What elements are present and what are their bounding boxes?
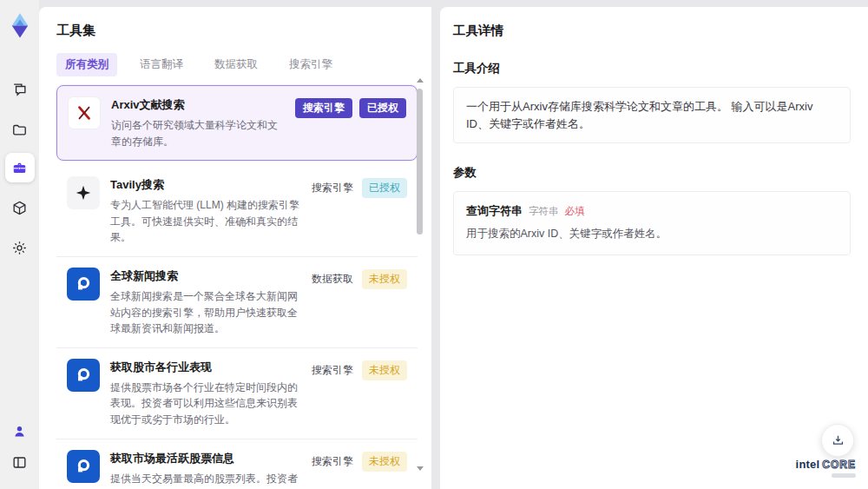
tool-list: Arxiv文献搜索 访问各个研究领域大量科学论文和文章的存储库。 搜索引擎 已授…	[56, 85, 418, 489]
tool-description: 提供股票市场各个行业在特定时间段内的表现。投资者可以利用这些信息来识别表现优于或…	[110, 380, 299, 428]
tool-body: 全球新闻搜索 全球新闻搜索是一个聚合全球各大新闻网站内容的搜索引擎，帮助用户快速…	[110, 268, 299, 337]
tool-badges: 搜索引擎 未授权	[310, 450, 407, 489]
param-type: 字符串	[529, 205, 559, 218]
scroll-down-icon[interactable]	[417, 466, 424, 471]
tool-list-panel: 工具集 所有类别 语言翻译 数据获取 搜索引擎 Arxiv文献搜索 访问各个研究…	[39, 7, 431, 489]
page-title: 工具集	[39, 7, 431, 39]
tool-card-2[interactable]: Tavily搜索 专为人工智能代理 (LLM) 构建的搜索引擎工具。可快速提供实…	[56, 166, 418, 257]
user-avatar-icon[interactable]	[5, 416, 35, 446]
news-globe-icon	[67, 359, 100, 392]
tool-body: 获取市场最活跃股票信息 提供当天交易量最高的股票列表。投资者可以利用这些信息来识…	[110, 450, 299, 489]
tool-body: 获取股市各行业表现 提供股票市场各个行业在特定时间段内的表现。投资者可以利用这些…	[110, 359, 299, 428]
tool-badges: 搜索引擎 未授权	[310, 359, 407, 428]
category-badge: 搜索引擎	[295, 98, 352, 118]
tool-card-4[interactable]: 获取股市各行业表现 提供股票市场各个行业在特定时间段内的表现。投资者可以利用这些…	[56, 348, 418, 439]
scrollbar[interactable]	[416, 78, 424, 471]
tool-name: Arxiv文献搜索	[111, 97, 285, 113]
auth-status-badge: 已授权	[359, 98, 406, 118]
tool-name: Tavily搜索	[110, 177, 299, 193]
tab-data-fetch[interactable]: 数据获取	[206, 53, 266, 76]
app-logo-icon[interactable]	[3, 7, 37, 45]
news-globe-icon	[67, 450, 100, 483]
auth-status-badge: 未授权	[362, 360, 407, 380]
intro-heading: 工具介绍	[453, 61, 851, 76]
tool-card-3[interactable]: 全球新闻搜索 全球新闻搜索是一个聚合全球各大新闻网站内容的搜索引擎，帮助用户快速…	[56, 257, 418, 348]
toolbox-icon[interactable]	[5, 153, 35, 182]
tool-card-1[interactable]: Arxiv文献搜索 访问各个研究领域大量科学论文和文章的存储库。 搜索引擎 已授…	[56, 85, 418, 161]
tool-description: 专为人工智能代理 (LLM) 构建的搜索引擎工具。可快速提供实时、准确和真实的结…	[110, 197, 299, 246]
tool-badges: 搜索引擎 已授权	[295, 96, 406, 149]
tool-badges: 数据获取 未授权	[310, 268, 407, 337]
tool-card-5[interactable]: 获取市场最活跃股票信息 提供当天交易量最高的股票列表。投资者可以利用这些信息来识…	[56, 439, 418, 489]
param-head: 查询字符串 字符串 必填	[466, 203, 838, 219]
param-name: 查询字符串	[466, 203, 523, 219]
download-icon	[831, 433, 845, 448]
intel-core-logo-row: intel CORE	[796, 458, 856, 471]
tab-all-categories[interactable]: 所有类别	[56, 53, 117, 76]
tool-badges: 搜索引擎 已授权	[310, 176, 407, 246]
auth-status-badge: 未授权	[362, 452, 407, 472]
tool-description: 访问各个研究领域大量科学论文和文章的存储库。	[111, 117, 285, 149]
folder-icon[interactable]	[5, 115, 35, 144]
category-badge: 搜索引擎	[310, 360, 355, 380]
tool-name: 获取股市各行业表现	[110, 360, 299, 375]
details-title: 工具详情	[453, 23, 851, 39]
core-wordmark: CORE	[822, 459, 856, 471]
download-button[interactable]	[821, 424, 854, 457]
category-tabs: 所有类别 语言翻译 数据获取 搜索引擎	[39, 39, 431, 76]
settings-gear-icon[interactable]	[5, 233, 35, 262]
intro-box: 一个用于从Arxiv存储库搜索科学论文和文章的工具。 输入可以是Arxiv ID…	[453, 87, 851, 143]
tavily-star-icon	[67, 176, 100, 209]
tab-language-translation[interactable]: 语言翻译	[131, 53, 192, 76]
tool-details-content: 工具详情 工具介绍 一个用于从Arxiv存储库搜索科学论文和文章的工具。 输入可…	[440, 7, 868, 255]
scrollbar-thumb[interactable]	[417, 89, 423, 235]
tool-body: Tavily搜索 专为人工智能代理 (LLM) 构建的搜索引擎工具。可快速提供实…	[110, 176, 299, 246]
panel-toggle-icon[interactable]	[5, 447, 35, 477]
tool-body: Arxiv文献搜索 访问各个研究领域大量科学论文和文章的存储库。	[111, 96, 285, 149]
param-description: 用于搜索的Arxiv ID、关键字或作者姓名。	[466, 227, 838, 241]
chat-icon[interactable]	[5, 75, 35, 104]
tool-name: 获取市场最活跃股票信息	[110, 451, 299, 466]
tab-search-engine[interactable]: 搜索引擎	[280, 53, 341, 76]
tool-description: 全球新闻搜索是一个聚合全球各大新闻网站内容的搜索引擎，帮助用户快速获取全球最新资…	[110, 288, 299, 337]
app: { "colors": { "accent_purple": "#5243c2"…	[0, 0, 868, 489]
core-ultra-smudge	[832, 473, 856, 478]
category-badge: 搜索引擎	[310, 452, 355, 472]
intel-core-logo: intel CORE	[796, 458, 856, 478]
param-required-flag: 必填	[565, 205, 585, 218]
auth-status-badge: 未授权	[362, 269, 407, 289]
category-badge: 数据获取	[310, 269, 355, 289]
tool-details-panel: 工具详情 工具介绍 一个用于从Arxiv存储库搜索科学论文和文章的工具。 输入可…	[440, 7, 868, 489]
auth-status-badge: 已授权	[362, 178, 407, 198]
app-rail	[0, 0, 39, 489]
scroll-up-icon[interactable]	[417, 78, 424, 83]
news-globe-icon	[67, 268, 100, 301]
intro-text: 一个用于从Arxiv存储库搜索科学论文和文章的工具。 输入可以是Arxiv ID…	[466, 100, 812, 130]
intel-wordmark: intel	[796, 458, 820, 471]
tool-description: 提供当天交易量最高的股票列表。投资者可以利用这些信息来识别流动性强的股票和潜在的…	[110, 471, 299, 489]
param-box: 查询字符串 字符串 必填 用于搜索的Arxiv ID、关键字或作者姓名。	[453, 191, 851, 255]
params-heading: 参数	[453, 165, 851, 181]
category-badge: 搜索引擎	[310, 178, 355, 198]
tool-name: 全球新闻搜索	[110, 268, 299, 284]
arxiv-logo-icon	[68, 96, 101, 129]
package-icon[interactable]	[5, 193, 35, 222]
